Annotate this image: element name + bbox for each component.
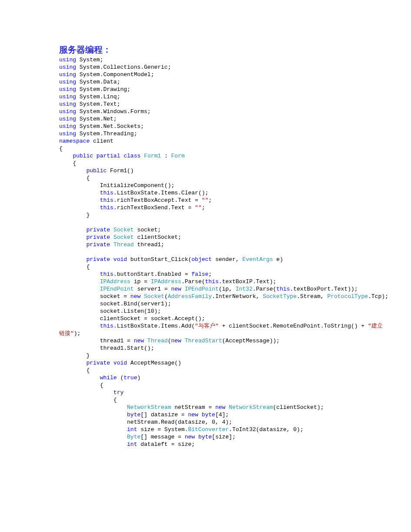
field: clientSocket; [134, 234, 181, 241]
method: buttonStart_Click( [127, 256, 191, 263]
sp [181, 286, 185, 292]
stmt: .richTextBoxSend.Text = [114, 204, 195, 211]
stmt: [4]; [215, 412, 229, 418]
punct: ; [151, 71, 154, 78]
punct: ; [117, 94, 120, 100]
brace: { [59, 145, 63, 152]
keyword: using [59, 64, 76, 70]
stmt: socket.Bind(server1); [100, 301, 171, 307]
keyword: using [59, 130, 76, 137]
brace: { [114, 397, 117, 403]
punct: ; [114, 116, 117, 122]
namespace: System [80, 57, 100, 63]
field: thread1; [134, 241, 164, 248]
type: SocketType [263, 293, 297, 300]
type: Thread [114, 241, 134, 248]
punct: ; [134, 130, 137, 137]
stmt: .textBoxPort.Text)); [290, 286, 358, 292]
type: NetworkStream [127, 404, 171, 411]
type: Int32 [236, 286, 253, 292]
type: Byte [127, 434, 140, 440]
keyword: using [59, 108, 76, 115]
keyword: new [185, 434, 195, 440]
stmt: thread1 = [100, 338, 134, 344]
string: "与客户" [195, 323, 219, 329]
namespace: System.Collections.Generic [80, 64, 168, 70]
param: sender, [212, 256, 242, 263]
stmt: clientSocket = socket.Accept(); [100, 315, 205, 322]
keyword: using [59, 57, 76, 63]
stmt: ip = [130, 278, 151, 285]
punct: : [161, 153, 171, 159]
punct: ; [140, 123, 144, 130]
stmt: ( [117, 375, 124, 381]
keyword: public [73, 153, 93, 159]
keyword: class [124, 153, 140, 159]
keyword: using [59, 123, 76, 130]
type: ProtocolType [327, 293, 368, 300]
stmt: .InterNetwork, [212, 293, 263, 300]
stmt: ); [74, 330, 81, 337]
punct: ; [117, 101, 120, 107]
keyword: int [127, 441, 137, 448]
keyword: new [188, 412, 198, 418]
keyword: true [124, 375, 137, 381]
type: AddressFamily [168, 293, 212, 300]
punct: ; [147, 108, 151, 115]
stmt: thread1.Start(); [100, 345, 154, 351]
sp [195, 434, 198, 440]
keyword: false [191, 271, 208, 278]
keyword: object [191, 256, 212, 263]
keyword: private [86, 234, 110, 241]
stmt: .Parse( [253, 286, 277, 292]
punct: ; [202, 204, 205, 211]
keyword: this [100, 204, 114, 211]
type: IPEndPoint [100, 286, 134, 292]
stmt: [] datasize = [140, 412, 188, 418]
param: e) [273, 256, 283, 263]
punct: ; [117, 79, 120, 85]
keyword: this [100, 197, 114, 204]
namespace: System.ComponentModel [80, 71, 151, 78]
stmt: .Tcp); [368, 293, 388, 300]
keyword: byte [202, 412, 215, 418]
sp [198, 412, 202, 418]
keyword: new [215, 404, 225, 411]
keyword: this [100, 190, 114, 196]
brace: } [86, 212, 90, 218]
stmt: ) [137, 375, 140, 381]
string: 链接" [59, 330, 74, 337]
keyword: new [171, 338, 181, 344]
stmt: .buttonStart.Enabled = [114, 271, 191, 278]
type: NetworkStream [229, 404, 273, 411]
stmt: ( [164, 293, 168, 300]
stmt: .ToInt32(datasize, 0); [229, 426, 304, 433]
keyword: using [59, 71, 76, 78]
stmt: (ip, [219, 286, 236, 292]
namespace-name: client [93, 138, 114, 144]
string: "" [202, 197, 209, 204]
stmt: (AcceptMessage)); [222, 338, 280, 344]
brace: { [86, 175, 90, 181]
type: EventArgs [242, 256, 273, 263]
stmt: [size]; [212, 434, 236, 440]
field: socket; [134, 227, 161, 233]
namespace: System.Data [80, 79, 117, 85]
stmt: .Parse( [181, 278, 205, 285]
stmt: dataleft = size; [137, 441, 195, 448]
stmt: InitializeComponent(); [100, 182, 175, 189]
stmt: socket = [100, 293, 130, 300]
ctor: Form1() [110, 167, 134, 174]
keyword: namespace [59, 138, 90, 144]
brace: { [73, 160, 76, 167]
namespace: System.Net.Sockets [80, 123, 140, 130]
punct: ; [208, 197, 212, 204]
keyword: using [59, 116, 76, 122]
keyword: new [130, 293, 140, 300]
sp [140, 293, 144, 300]
type: Form1 [144, 153, 161, 159]
stmt: netStream.Read(datasize, 0, 4); [127, 419, 232, 425]
keyword: this [100, 323, 114, 329]
brace: } [86, 352, 90, 359]
namespace: System.Linq [80, 94, 117, 100]
